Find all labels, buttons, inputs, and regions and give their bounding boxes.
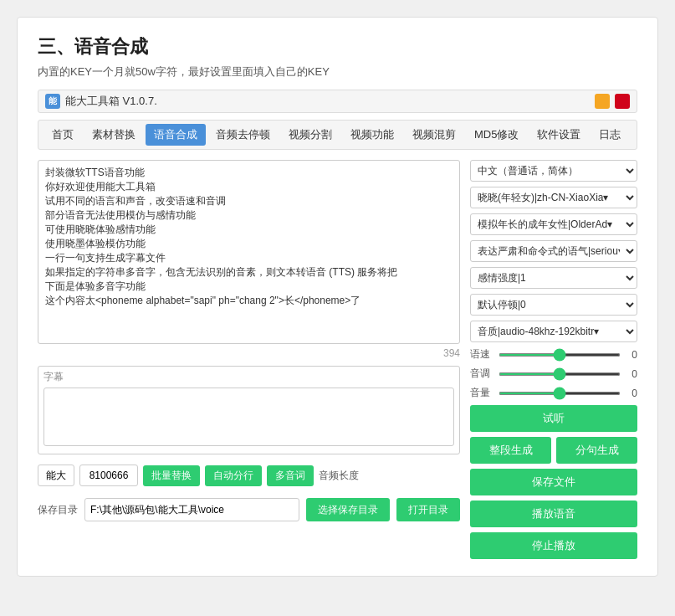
tab-audio-stop[interactable]: 音频去停顿 (207, 124, 279, 146)
save-row: 保存目录 选择保存目录 打开目录 (38, 498, 460, 521)
id-input[interactable] (79, 465, 138, 486)
language-select[interactable]: 中文（普通话，简体） (470, 160, 637, 182)
subtitle-section: 字幕 (38, 366, 460, 454)
emotion-strength-select[interactable]: 感情强度|1 (470, 267, 637, 289)
open-dir-button[interactable]: 打开目录 (396, 498, 460, 521)
pitch-value: 0 (626, 368, 637, 380)
tab-video-split[interactable]: 视频分割 (280, 124, 340, 146)
tab-home[interactable]: 首页 (43, 124, 82, 146)
main-content: 封装微软TTS语音功能 你好欢迎使用能大工具箱 试用不同的语言和声音，改变语速和… (38, 160, 637, 559)
speed-slider-row: 语速 0 (470, 347, 637, 362)
style-female-select[interactable]: 模拟年长的成年女性|OlderAd▾ (470, 213, 637, 235)
page-subtitle: 内置的KEY一个月就50w字符，最好设置里面填入自己的KEY (38, 64, 637, 80)
right-panel: 中文（普通话，简体） 晓晓(年轻女)|zh-CN-XiaoXia▾ 模拟年长的成… (470, 160, 637, 559)
pitch-slider[interactable] (499, 372, 621, 376)
char-count: 394 (38, 347, 460, 359)
page-title: 三、语音合成 (38, 34, 637, 59)
multi-tone-button[interactable]: 多音词 (267, 465, 314, 486)
generate-buttons-row: 整段生成 分句生成 (470, 437, 637, 464)
volume-value: 0 (626, 388, 637, 399)
speed-value: 0 (626, 349, 637, 361)
tab-log[interactable]: 日志 (591, 124, 629, 146)
tab-bar: 首页 素材替换 语音合成 音频去停顿 视频分割 视频功能 视频混剪 MD5修改 … (38, 120, 637, 150)
subtitle-text-input[interactable] (43, 388, 454, 446)
save-dir-label: 保存目录 (38, 503, 78, 517)
generate-split-button[interactable]: 分句生成 (556, 437, 637, 464)
bottom-controls: 批量替换 自动分行 多音词 音频长度 (38, 465, 460, 486)
tab-video-mix[interactable]: 视频混剪 (404, 124, 464, 146)
auto-split-button[interactable]: 自动分行 (205, 465, 262, 486)
subtitle-label: 字幕 (43, 370, 454, 384)
preview-button[interactable]: 试听 (470, 405, 637, 432)
app-name-label: 能大工具箱 V1.0.7. (65, 94, 157, 109)
tab-material[interactable]: 素材替换 (84, 124, 144, 146)
left-panel: 封装微软TTS语音功能 你好欢迎使用能大工具箱 试用不同的语言和声音，改变语速和… (38, 160, 460, 559)
close-button[interactable] (615, 94, 630, 109)
title-bar-left: 能 能大工具箱 V1.0.7. (45, 94, 157, 109)
volume-slider[interactable] (499, 392, 621, 395)
main-window: 三、语音合成 内置的KEY一个月就50w字符，最好设置里面填入自己的KEY 能 … (17, 17, 658, 577)
save-file-button[interactable]: 保存文件 (470, 469, 637, 495)
pitch-label: 音调 (470, 367, 493, 381)
main-text-input[interactable]: 封装微软TTS语音功能 你好欢迎使用能大工具箱 试用不同的语言和声音，改变语速和… (38, 160, 460, 344)
app-logo-icon: 能 (45, 94, 60, 109)
tab-md5[interactable]: MD5修改 (466, 124, 527, 146)
audio-quality-select[interactable]: 音质|audio-48khz-192kbitr▾ (470, 321, 637, 342)
tab-video-func[interactable]: 视频功能 (342, 124, 402, 146)
pitch-slider-row: 音调 0 (470, 367, 637, 381)
volume-label: 音量 (470, 386, 493, 400)
volume-slider-row: 音量 0 (470, 386, 637, 400)
title-bar-buttons (595, 94, 630, 109)
batch-replace-button[interactable]: 批量替换 (143, 465, 200, 486)
title-bar: 能 能大工具箱 V1.0.7. (38, 90, 637, 113)
tab-tts[interactable]: 语音合成 (146, 124, 206, 146)
speed-slider[interactable] (499, 353, 621, 357)
save-path-input[interactable] (84, 498, 299, 521)
play-audio-button[interactable]: 播放语音 (470, 501, 637, 527)
default-pause-select[interactable]: 默认停顿|0 (470, 294, 637, 316)
minimize-button[interactable] (595, 94, 610, 109)
stop-play-button[interactable]: 停止播放 (470, 532, 637, 559)
speed-label: 语速 (470, 347, 493, 362)
name-input[interactable] (38, 465, 74, 486)
style-tone-select[interactable]: 表达严肃和命令式的语气|seriou▾ (470, 240, 637, 262)
tab-settings[interactable]: 软件设置 (529, 124, 589, 146)
select-save-dir-button[interactable]: 选择保存目录 (306, 498, 390, 521)
audio-length-label: 音频长度 (319, 469, 359, 483)
voice-select[interactable]: 晓晓(年轻女)|zh-CN-XiaoXia▾ (470, 187, 637, 208)
generate-all-button[interactable]: 整段生成 (470, 437, 551, 464)
